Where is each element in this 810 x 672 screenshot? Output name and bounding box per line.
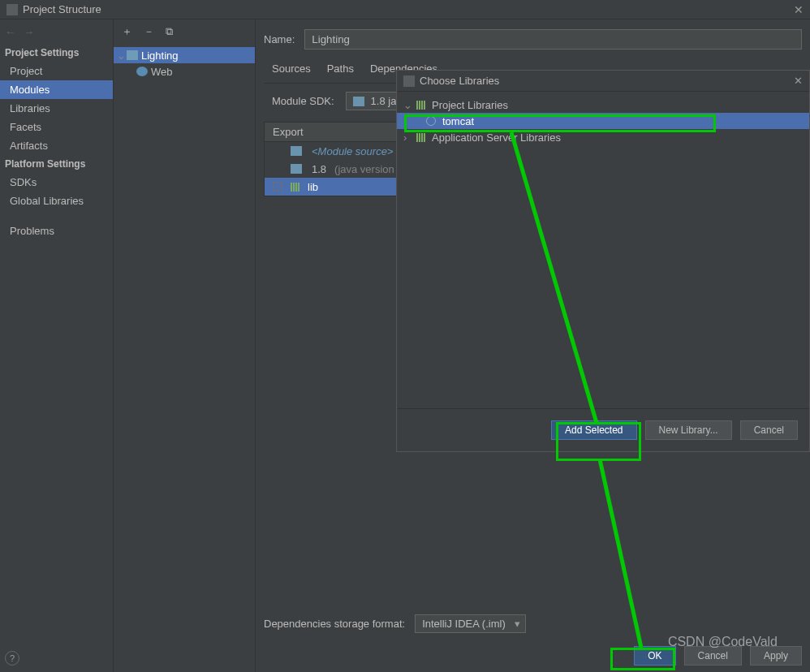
nav-back-icon[interactable]: ← xyxy=(5,26,15,38)
globe-icon xyxy=(426,116,436,126)
dialog-title: Choose Libraries xyxy=(420,75,499,87)
web-icon xyxy=(136,67,148,76)
library-icon xyxy=(416,133,425,142)
tab-sources[interactable]: Sources xyxy=(272,62,311,78)
nav-forward-icon[interactable]: → xyxy=(24,26,34,38)
module-tree-panel: ＋ － ⧉ ⌄ Lighting Web xyxy=(114,19,256,672)
tree-module-lighting[interactable]: ⌄ Lighting xyxy=(114,47,255,63)
nav-artifacts[interactable]: Artifacts xyxy=(0,136,113,155)
export-lib-label: lib xyxy=(308,181,318,193)
app-icon xyxy=(6,4,18,15)
add-selected-button[interactable]: Add Selected xyxy=(551,420,636,440)
library-icon xyxy=(291,183,299,192)
section-project-settings: Project Settings xyxy=(0,44,113,62)
chevron-down-icon[interactable]: ⌄ xyxy=(403,99,413,111)
folder-icon xyxy=(353,97,364,106)
lib-app-server-libraries[interactable]: › Application Server Libraries xyxy=(397,129,809,145)
tree-toolbar: ＋ － ⧉ xyxy=(114,19,255,44)
left-nav: ← → Project Settings Project Modules Lib… xyxy=(0,19,114,672)
app-icon xyxy=(403,75,415,87)
name-label: Name: xyxy=(264,33,295,45)
dialog-cancel-button[interactable]: Cancel xyxy=(740,420,798,440)
dialog-close-icon[interactable]: ✕ xyxy=(794,75,803,87)
chevron-right-icon[interactable]: › xyxy=(403,131,413,144)
window-title: Project Structure xyxy=(23,3,101,15)
tab-paths[interactable]: Paths xyxy=(327,62,354,78)
section-platform-settings: Platform Settings xyxy=(0,155,113,173)
nav-facets[interactable]: Facets xyxy=(0,118,113,136)
export-sdk-suffix: (java version xyxy=(334,163,394,175)
lib-tomcat[interactable]: tomcat xyxy=(397,113,809,129)
ok-button[interactable]: OK xyxy=(634,646,675,666)
cancel-button[interactable]: Cancel xyxy=(684,646,742,666)
apply-button[interactable]: Apply xyxy=(750,646,802,666)
window-close-icon[interactable]: ✕ xyxy=(794,3,804,16)
tree-module-label: Lighting xyxy=(141,50,179,62)
folder-icon xyxy=(291,164,302,174)
window-title-bar: Project Structure ✕ xyxy=(0,0,810,19)
dialog-title-bar: Choose Libraries ✕ xyxy=(397,71,809,92)
lib-project-label: Project Libraries xyxy=(432,99,508,111)
library-icon xyxy=(416,101,425,110)
name-input[interactable] xyxy=(304,29,802,50)
chevron-down-icon[interactable]: ⌄ xyxy=(117,50,127,62)
export-sdk-prefix: 1.8 xyxy=(312,163,326,175)
nav-libraries[interactable]: Libraries xyxy=(0,99,113,118)
tree-web[interactable]: Web xyxy=(114,63,255,80)
export-module-source: <Module source> xyxy=(312,145,393,157)
choose-libraries-dialog: Choose Libraries ✕ ⌄ Project Libraries t… xyxy=(396,70,810,452)
deps-format-dropdown[interactable]: IntelliJ IDEA (.iml) xyxy=(415,614,526,633)
folder-icon xyxy=(127,50,138,60)
nav-sdks[interactable]: SDKs xyxy=(0,173,113,192)
nav-global-libraries[interactable]: Global Libraries xyxy=(0,192,113,210)
nav-project[interactable]: Project xyxy=(0,62,113,80)
deps-format-label: Dependencies storage format: xyxy=(264,618,405,630)
tree-web-label: Web xyxy=(151,66,173,78)
nav-problems[interactable]: Problems xyxy=(0,222,113,240)
new-library-button[interactable]: New Library... xyxy=(645,420,732,440)
lib-project-libraries[interactable]: ⌄ Project Libraries xyxy=(397,97,809,113)
nav-modules[interactable]: Modules xyxy=(0,80,113,99)
folder-icon xyxy=(291,146,302,156)
library-tree: ⌄ Project Libraries tomcat › Application… xyxy=(397,92,809,408)
help-button[interactable]: ? xyxy=(5,651,19,666)
export-checkbox[interactable] xyxy=(273,182,282,192)
add-icon[interactable]: ＋ xyxy=(122,24,132,39)
deps-format-value: IntelliJ IDEA (.iml) xyxy=(422,618,506,630)
remove-icon[interactable]: － xyxy=(144,24,154,39)
sdk-label: Module SDK: xyxy=(272,95,334,107)
copy-icon[interactable]: ⧉ xyxy=(166,25,173,38)
lib-tomcat-label: tomcat xyxy=(442,115,474,127)
nav-arrows: ← → xyxy=(0,19,113,44)
lib-app-server-label: Application Server Libraries xyxy=(432,131,561,144)
